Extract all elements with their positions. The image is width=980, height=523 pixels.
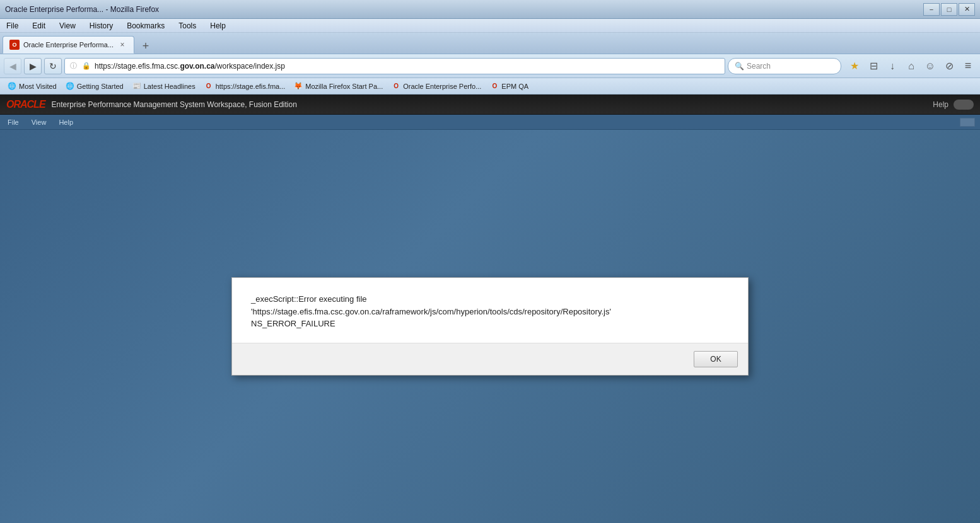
oracle-toggle[interactable] bbox=[954, 100, 974, 110]
maximize-button[interactable]: □ bbox=[941, 3, 957, 16]
bookmark-getting-started[interactable]: 🌐 Getting Started bbox=[62, 81, 127, 92]
search-icon: 🔍 bbox=[735, 62, 744, 71]
app-menu-file[interactable]: File bbox=[5, 117, 21, 127]
bookmark-epm-qa-label: EPM QA bbox=[501, 83, 528, 90]
stage-efis-icon: O bbox=[204, 82, 213, 91]
minimize-button[interactable]: − bbox=[923, 3, 940, 16]
dialog-overlay: _execScript::Error executing file 'https… bbox=[0, 130, 980, 523]
oracle-app-title: Enterprise Performance Management System… bbox=[52, 100, 933, 109]
oracle-header: ORACLE Enterprise Performance Management… bbox=[0, 95, 980, 115]
forward-button[interactable]: ▶ bbox=[24, 58, 42, 74]
address-bold-part: gov.on.ca bbox=[180, 62, 214, 71]
menu-view[interactable]: View bbox=[57, 20, 78, 32]
titlebar: Oracle Enterprise Performa... - Mozilla … bbox=[0, 0, 980, 19]
address-bar[interactable]: ⓘ 🔒 https://stage.efis.fma.csc.gov.on.ca… bbox=[64, 58, 725, 74]
app-menubar: File View Help bbox=[0, 115, 980, 130]
menu-history[interactable]: History bbox=[87, 20, 115, 32]
tab-label: Oracle Enterprise Performa... bbox=[23, 41, 114, 49]
bookmark-star-button[interactable]: ★ bbox=[846, 58, 863, 74]
active-tab[interactable]: O Oracle Enterprise Performa... × bbox=[3, 36, 134, 54]
oracle-logo: ORACLE bbox=[6, 99, 45, 110]
oracle-help-link[interactable]: Help bbox=[933, 100, 948, 109]
epm-qa-icon: O bbox=[490, 82, 499, 91]
reload-button[interactable]: ↻ bbox=[44, 58, 62, 74]
sync-button[interactable]: ☺ bbox=[922, 58, 938, 74]
search-box[interactable]: 🔍 Search bbox=[728, 58, 841, 74]
menu-bookmarks[interactable]: Bookmarks bbox=[124, 20, 167, 32]
latest-headlines-icon: 📰 bbox=[132, 82, 141, 91]
app-menu-help[interactable]: Help bbox=[56, 117, 76, 127]
nav-icons: ★ ⊟ ↓ ⌂ ☺ ⊘ ≡ bbox=[846, 58, 976, 74]
bookmark-epm-qa[interactable]: O EPM QA bbox=[486, 81, 532, 92]
main-content-area: _execScript::Error executing file 'https… bbox=[0, 130, 980, 523]
browser-menubar: File Edit View History Bookmarks Tools H… bbox=[0, 19, 980, 33]
bookmark-most-visited[interactable]: 🌐 Most Visited bbox=[4, 81, 61, 92]
menu-edit[interactable]: Edit bbox=[30, 20, 48, 32]
tab-close-button[interactable]: × bbox=[117, 40, 127, 50]
getting-started-icon: 🌐 bbox=[66, 82, 74, 91]
bookmark-latest-headlines-label: Latest Headlines bbox=[144, 83, 195, 90]
menu-file[interactable]: File bbox=[4, 20, 21, 32]
most-visited-icon: 🌐 bbox=[8, 82, 16, 91]
info-icon: ⓘ bbox=[70, 61, 77, 71]
menu-help[interactable]: Help bbox=[207, 20, 228, 32]
dialog-message-line1: _execScript::Error executing file 'https… bbox=[251, 293, 729, 318]
bookmark-stage-efis-label: https://stage.efis.fma... bbox=[216, 83, 286, 90]
bookmark-oracle-enterprise[interactable]: O Oracle Enterprise Perfo... bbox=[388, 81, 485, 92]
dialog-ok-button[interactable]: OK bbox=[694, 351, 738, 367]
menu-button[interactable]: ≡ bbox=[960, 58, 976, 74]
bookmark-most-visited-label: Most Visited bbox=[19, 83, 57, 90]
bookmarks-bar: 🌐 Most Visited 🌐 Getting Started 📰 Lates… bbox=[0, 78, 980, 95]
dialog-body: _execScript::Error executing file 'https… bbox=[232, 278, 748, 343]
tab-favicon: O bbox=[9, 40, 20, 50]
bookmark-stage-efis[interactable]: O https://stage.efis.fma... bbox=[201, 81, 289, 92]
oracle-enterprise-icon: O bbox=[392, 82, 400, 91]
bookmark-latest-headlines[interactable]: 📰 Latest Headlines bbox=[129, 81, 199, 92]
firefox-start-icon: 🦊 bbox=[294, 82, 303, 91]
home-button[interactable]: ⌂ bbox=[903, 58, 919, 74]
pocket-button[interactable]: ⊘ bbox=[941, 58, 957, 74]
download-button[interactable]: ↓ bbox=[884, 58, 901, 74]
window-controls: − □ ✕ bbox=[923, 3, 975, 16]
menu-tools[interactable]: Tools bbox=[176, 20, 199, 32]
search-placeholder: Search bbox=[747, 62, 771, 71]
dialog-message-line2: NS_ERROR_FAILURE bbox=[251, 318, 729, 330]
new-tab-button[interactable]: + bbox=[137, 38, 155, 54]
back-button[interactable]: ◀ bbox=[4, 58, 21, 74]
bookmarks-button[interactable]: ⊟ bbox=[865, 58, 882, 74]
window-title: Oracle Enterprise Performa... - Mozilla … bbox=[5, 5, 923, 14]
bookmark-oracle-enterprise-label: Oracle Enterprise Perfo... bbox=[403, 83, 481, 90]
dialog-footer: OK bbox=[232, 343, 748, 375]
app-minimize-icon[interactable] bbox=[960, 118, 975, 127]
close-window-button[interactable]: ✕ bbox=[959, 3, 975, 16]
address-text: https://stage.efis.fma.csc.gov.on.ca/wor… bbox=[95, 62, 720, 71]
bookmark-getting-started-label: Getting Started bbox=[77, 83, 124, 90]
nav-bar: ◀ ▶ ↻ ⓘ 🔒 https://stage.efis.fma.csc.gov… bbox=[0, 54, 980, 78]
app-menu-view[interactable]: View bbox=[29, 117, 49, 127]
lock-icon: 🔒 bbox=[82, 62, 91, 70]
bookmark-firefox-start[interactable]: 🦊 Mozilla Firefox Start Pa... bbox=[290, 81, 387, 92]
bookmark-firefox-start-label: Mozilla Firefox Start Pa... bbox=[305, 83, 383, 90]
error-dialog: _execScript::Error executing file 'https… bbox=[231, 277, 749, 376]
tab-bar: O Oracle Enterprise Performa... × + bbox=[0, 33, 980, 54]
